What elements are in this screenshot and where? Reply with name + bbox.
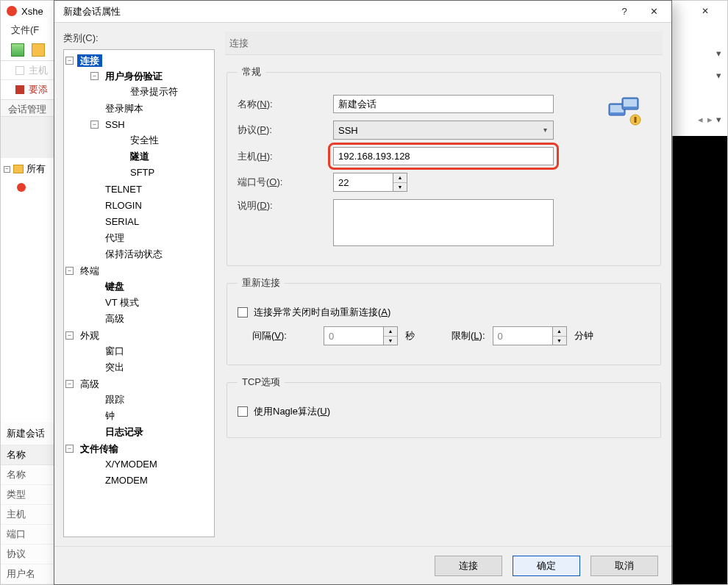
reconnect-legend: 重新连接 [238,276,285,290]
bg-prop-row: 名称 [1,465,54,485]
tree-item-terminal[interactable]: − 终端 键盘 VT 模式 高级 [65,263,213,328]
protocol-value: SSH [338,125,358,136]
tree-item-proxy[interactable]: 代理 [90,230,213,246]
cancel-button[interactable]: 取消 [590,556,658,576]
tcp-legend: TCP选项 [238,376,285,389]
nagle-checkbox[interactable]: 使用Nagle算法(U) [238,405,330,418]
description-label: 说明(D): [238,199,333,212]
auto-reconnect-checkbox[interactable]: 连接异常关闭时自动重新连接(A) [238,306,390,319]
protocol-label: 协议(P): [238,123,333,137]
category-tree[interactable]: − 连接 − 用户身份验证 登录提示符 登录脚本 − SSH [63,49,215,537]
bg-app-title: Xshe [21,6,43,17]
dialog-footer: 连接 确定 取消 [54,546,671,584]
tree-item-keyboard[interactable]: 键盘 [90,279,213,295]
xshell-logo-icon [7,6,17,16]
limit-label: 限制(L): [452,329,485,342]
tree-item-security[interactable]: 安全性 [115,132,213,148]
nav-arrows-icon[interactable]: ◂ ▸ [698,114,713,125]
protocol-select[interactable]: SSH ▾ [333,121,554,140]
bg-terminal[interactable] [672,136,727,584]
spin-up-icon[interactable]: ▲ [553,327,566,337]
help-icon: ? [621,6,627,17]
help-button[interactable]: ? [610,1,639,23]
tree-item-connection[interactable]: − 连接 − 用户身份验证 登录提示符 登录脚本 − SSH [65,53,213,263]
checkbox-icon [238,406,248,417]
collapse-icon[interactable]: − [90,72,99,80]
collapse-icon[interactable]: − [65,57,74,65]
description-input[interactable] [333,199,554,246]
tree-item-highlight[interactable]: 突出 [90,359,213,376]
category-label: 类别(C): [63,32,215,45]
spin-down-icon[interactable]: ▼ [393,183,407,192]
svg-rect-5 [635,117,637,123]
interval-spinner[interactable]: ▲▼ [324,326,398,345]
tree-item-bell[interactable]: 钟 [90,408,213,424]
spin-down-icon[interactable]: ▼ [553,337,566,345]
flag-icon [15,85,24,94]
dialog-titlebar[interactable]: 新建会话属性 ? ✕ [54,1,671,23]
collapse-icon[interactable]: − [65,331,74,340]
interval-unit: 秒 [405,329,415,342]
interval-input[interactable] [324,327,383,345]
spin-up-icon[interactable]: ▲ [393,173,407,183]
name-input[interactable] [333,95,554,113]
chevron-down-icon: ▾ [543,126,547,134]
tree-item-telnet[interactable]: TELNET [90,182,213,198]
dropdown-icon[interactable]: ▾ [716,70,721,81]
tree-item-window[interactable]: 窗口 [90,343,213,359]
host-input[interactable] [333,147,554,165]
spin-down-icon[interactable]: ▼ [384,337,397,345]
limit-unit: 分钟 [574,329,593,342]
collapse-icon[interactable]: − [90,121,99,129]
port-input[interactable] [334,173,393,191]
tree-item-log[interactable]: 日志记录 [90,424,213,440]
svg-rect-3 [624,99,637,107]
tree-item-filetransfer[interactable]: − 文件传输 X/YMODEM ZMODEM [65,441,213,489]
checkbox-icon [238,307,248,317]
tree-item-rlogin[interactable]: RLOGIN [90,198,213,214]
port-spinner[interactable]: ▲▼ [333,173,407,192]
right-panel-heading: 连接 [225,32,663,55]
ok-button[interactable]: 确定 [513,556,580,576]
dropdown-icon[interactable]: ▾ [716,48,721,59]
bg-prop-row: 用户名 [1,564,54,584]
new-session-properties-dialog: 新建会话属性 ? ✕ 类别(C): − 连接 − 用户身份验证 登录提示符 [54,0,672,585]
bg-window-close[interactable]: ✕ [683,1,727,21]
tree-item-ssh[interactable]: − SSH 安全性 隧道 SFTP [90,117,213,182]
tree-item-advanced[interactable]: − 高级 跟踪 钟 日志记录 [65,376,213,441]
new-session-icon[interactable] [11,43,24,57]
dropdown-icon[interactable]: ▾ [716,114,721,125]
close-button[interactable]: ✕ [639,1,668,23]
tree-item-trace[interactable]: 跟踪 [90,392,213,408]
bg-properties-panel: 新建会话 名称 名称 类型 主机 端口 协议 用户名 未连接。 [1,423,54,584]
bg-prop-row: 主机 [1,505,54,525]
tree-item-xymodem[interactable]: X/YMODEM [90,456,213,473]
tree-item-serial[interactable]: SERIAL [90,214,213,230]
collapse-icon[interactable]: − [65,445,74,453]
tree-item-vt[interactable]: VT 模式 [90,295,213,311]
bg-tree-root[interactable]: − 所有 [1,158,54,180]
tree-item-login-prompt[interactable]: 登录提示符 [115,84,213,100]
session-icon[interactable] [17,183,26,192]
minus-icon[interactable]: − [4,166,10,173]
connect-button[interactable]: 连接 [435,556,502,576]
tree-item-zmodem[interactable]: ZMODEM [90,473,213,489]
svg-rect-1 [610,105,624,112]
limit-input[interactable] [493,327,552,345]
tree-item-login-script[interactable]: 登录脚本 [90,101,213,117]
tree-item-tunnel[interactable]: 隧道 [115,148,213,165]
tcp-group: TCP选项 使用Nagle算法(U) [226,376,661,438]
bg-right-toolbar: ▾ ▾ ◂ ▸▾ [672,42,727,136]
folder-icon [13,165,24,173]
collapse-icon[interactable]: − [65,267,74,275]
tree-item-term-adv[interactable]: 高级 [90,311,213,327]
tree-item-keepalive[interactable]: 保持活动状态 [90,246,213,262]
spin-up-icon[interactable]: ▲ [384,327,397,337]
open-icon[interactable] [32,43,45,57]
limit-spinner[interactable]: ▲▼ [493,326,567,345]
tree-item-appearance[interactable]: − 外观 窗口 突出 [65,328,213,376]
tree-item-auth[interactable]: − 用户身份验证 登录提示符 [90,68,213,101]
tree-item-sftp[interactable]: SFTP [115,165,213,181]
reconnect-group: 重新连接 连接异常关闭时自动重新连接(A) 间隔(V): ▲▼ 秒 [226,276,661,365]
collapse-icon[interactable]: − [65,380,74,388]
